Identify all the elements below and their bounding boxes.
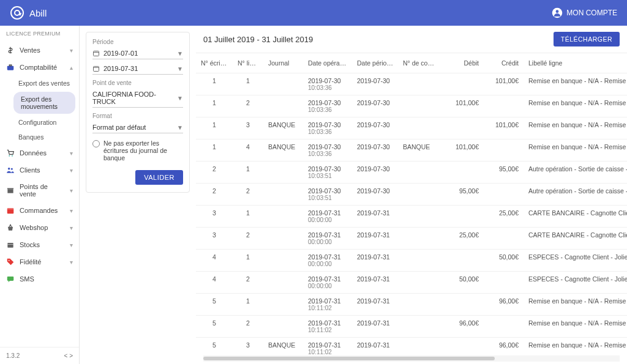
validate-button[interactable]: VALIDER [135,170,183,185]
date-to-input[interactable]: 2019-07-31 ▼ [92,63,183,75]
sidebar-item-commandes[interactable]: Commandes▾ [0,202,79,219]
cell-ecriture: 1 [196,117,233,139]
cell-compte [398,206,444,228]
format-label: Format [92,113,183,119]
svg-point-1 [15,10,20,15]
entries-table: N° écritureN° ligneJournalDate opération… [196,53,627,355]
cell-ligne: 2 [233,316,263,338]
cell-date-operation: 2019-07-3100:00:00 [303,250,352,272]
svg-point-0 [11,7,23,19]
cell-compte [398,228,444,250]
account-label: MON COMPTE [566,9,617,17]
cell-credit: 96,00€ [484,294,524,316]
sidebar-subitem-banques[interactable]: Banques [13,130,79,144]
scrollbar-thumb[interactable] [203,357,495,360]
cell-credit: 96,00€ [484,338,524,356]
cell-libelle: ESPECES - Cagnotte Client - Jolie Emilie [524,272,627,294]
cell-ecriture: 1 [196,139,233,162]
table-row[interactable]: 412019-07-3100:00:002019-07-3150,00€ESPE… [196,250,627,272]
cell-date-periode: 2019-07-31 [352,272,398,294]
sidebar-item-clients[interactable]: Clients▾ [0,162,79,179]
sidebar-item-sms[interactable]: SMS [0,270,79,288]
cell-credit [484,95,524,117]
table-row[interactable]: 312019-07-3100:00:002019-07-3125,00€CART… [196,206,627,228]
sidebar-subitem-configuration[interactable]: Configuration [13,115,79,130]
chevron-down-icon: ▼ [177,50,183,57]
table-row[interactable]: 212019-07-3010:03:512019-07-3095,00€Autr… [196,162,627,184]
sidebar-subitem-export-des-ventes[interactable]: Export des ventes [13,76,79,91]
sidebar-item-label: Points de vente [20,183,65,198]
cart-icon [6,149,15,157]
account-menu[interactable]: MON COMPTE [552,7,617,18]
page-title: 01 Juillet 2019 - 31 Juillet 2019 [203,35,313,44]
table-row[interactable]: 422019-07-3100:00:002019-07-3150,00€ESPE… [196,272,627,294]
column-header[interactable]: Crédit [484,53,524,73]
sidebar-item-webshop[interactable]: Webshop▾ [0,219,79,236]
pos-select[interactable]: CALIFORNIA FOOD-TRUCK ▼ [92,89,183,108]
calendar-icon [6,206,15,215]
table-row[interactable]: 512019-07-3110:11:022019-07-3196,00€Remi… [196,294,627,316]
table-row[interactable]: 322019-07-3100:00:002019-07-3125,00€CART… [196,228,627,250]
format-select[interactable]: Format par défaut ▼ [92,122,183,133]
sidebar-item-données[interactable]: Données▾ [0,144,79,162]
cell-libelle: Autre opération - Sortie de caisse - REG… [524,184,627,206]
table-row[interactable]: 522019-07-3110:11:022019-07-3196,00€Remi… [196,316,627,338]
table-row[interactable]: 13BANQUE2019-07-3010:03:362019-07-30101,… [196,117,627,139]
store-icon [6,186,15,195]
sidebar-submenu: Export des ventesExport des mouvementsCo… [0,76,79,144]
column-header[interactable]: N° de compte [398,53,444,73]
column-header[interactable]: Journal [263,53,303,73]
column-header[interactable]: Date période [352,53,398,73]
main-header: 01 Juillet 2019 - 31 Juillet 2019 TÉLÉCH… [196,32,627,53]
date-from-input[interactable]: 2019-07-01 ▼ [92,48,183,59]
date-to-value: 2019-07-31 [103,65,173,72]
column-header[interactable]: Débit [444,53,484,73]
table-row[interactable]: 222019-07-3010:03:512019-07-3095,00€Autr… [196,184,627,206]
sidebar-footer: 1.3.2 < > [0,347,79,364]
column-header[interactable]: N° écriture [196,53,233,73]
table-row[interactable]: 14BANQUE2019-07-3010:03:362019-07-30BANQ… [196,139,627,162]
cell-compte [398,95,444,117]
cell-ligne: 2 [233,184,263,206]
cell-ecriture: 4 [196,250,233,272]
sidebar-item-ventes[interactable]: Ventes▾ [0,42,79,59]
table-scroll[interactable]: N° écritureN° ligneJournalDate opération… [196,53,627,355]
column-header[interactable]: N° ligne [233,53,263,73]
collapse-toggle[interactable]: < > [64,352,73,359]
table-row[interactable]: 112019-07-3010:03:362019-07-30101,00€Rem… [196,73,627,95]
sidebar-item-points-de-vente[interactable]: Points de vente▾ [0,179,79,202]
cell-date-periode: 2019-07-31 [352,316,398,338]
cell-journal [263,162,303,184]
chevron-down-icon: ▾ [70,47,73,54]
cell-libelle: Remise en banque - N/A - Remise en banqu… [524,95,627,117]
column-header[interactable]: Libellé ligne [524,53,627,73]
chevron-down-icon: ▾ [70,207,73,214]
svg-point-3 [556,10,559,13]
svg-rect-4 [7,66,14,70]
table-row[interactable]: 122019-07-3010:03:362019-07-30101,00€Rem… [196,95,627,117]
cell-date-periode: 2019-07-31 [352,250,398,272]
brand-logo-icon [10,6,24,20]
sidebar-item-fidélité[interactable]: Fidélité▾ [0,253,79,270]
sidebar-subitem-export-des-mouvements[interactable]: Export des mouvements [13,92,75,114]
calendar-icon [92,65,100,72]
cell-journal [263,206,303,228]
horizontal-scrollbar[interactable] [203,355,620,362]
download-button[interactable]: TÉLÉCHARGER [554,32,620,46]
people-icon [6,166,15,174]
cell-ligne: 3 [233,338,263,356]
chevron-down-icon: ▾ [70,150,73,157]
version-label: 1.3.2 [6,352,20,359]
exclude-bank-radio[interactable]: Ne pas exporter les écritures du journal… [92,139,183,162]
svg-point-9 [11,168,13,170]
column-header[interactable]: Date opération [303,53,352,73]
cell-libelle: Autre opération - Sortie de caisse - REG… [524,162,627,184]
cell-libelle: Remise en banque - N/A - Remise en banqu… [524,316,627,338]
cell-date-operation: 2019-07-3010:03:51 [303,162,352,184]
cell-credit [484,139,524,162]
chevron-down-icon: ▾ [70,167,73,174]
sidebar-item-comptabilité[interactable]: Comptabilité▴ [0,59,79,76]
cell-ecriture: 5 [196,316,233,338]
table-row[interactable]: 53BANQUE2019-07-3110:11:022019-07-3196,0… [196,338,627,356]
sidebar-item-stocks[interactable]: Stocks▾ [0,236,79,253]
